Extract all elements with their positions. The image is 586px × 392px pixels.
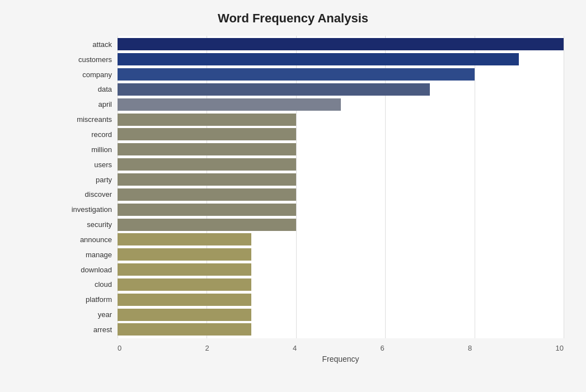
bar-row-april — [118, 97, 564, 112]
y-label-company: company — [62, 67, 118, 82]
y-label-party: party — [62, 172, 118, 187]
bar-row-attack — [118, 37, 564, 51]
y-label-attack: attack — [62, 37, 118, 52]
bar-row-investigation — [118, 202, 564, 217]
x-axis-labels: 0246810 — [118, 341, 564, 352]
bar-users — [118, 158, 296, 171]
chart-container: Word Frequency Analysis attackcustomersc… — [0, 0, 586, 392]
bar-security — [118, 219, 296, 231]
y-label-investigation: investigation — [62, 202, 118, 217]
bar-customers — [118, 53, 519, 65]
bar-discover — [118, 188, 296, 201]
bar-row-announce — [118, 232, 564, 247]
y-label-record: record — [62, 127, 118, 142]
bar-attack — [118, 38, 564, 50]
bar-arrest — [118, 323, 251, 336]
x-axis-labels-area: 0246810 Frequency — [118, 341, 564, 363]
bar-party — [118, 173, 296, 186]
x-label-2: 2 — [205, 344, 209, 352]
y-label-users: users — [62, 157, 118, 172]
bar-row-miscreants — [118, 112, 564, 127]
y-label-customers: customers — [62, 52, 118, 67]
bar-row-party — [118, 172, 564, 187]
bar-row-download — [118, 262, 564, 277]
bar-cloud — [118, 278, 251, 291]
y-label-download: download — [62, 262, 118, 277]
bar-row-manage — [118, 247, 564, 262]
x-label-8: 8 — [468, 344, 472, 352]
bar-download — [118, 263, 251, 276]
bar-row-discover — [118, 187, 564, 202]
y-label-april: april — [62, 97, 118, 112]
y-label-arrest: arrest — [62, 322, 118, 337]
bar-million — [118, 143, 296, 155]
x-label-0: 0 — [118, 344, 121, 352]
bar-row-cloud — [118, 277, 564, 292]
bar-year — [118, 309, 251, 321]
bar-data — [118, 83, 430, 96]
bar-row-million — [118, 142, 564, 157]
bar-row-customers — [118, 52, 564, 67]
bar-row-security — [118, 218, 564, 232]
x-label-4: 4 — [293, 344, 297, 352]
y-label-year: year — [62, 307, 118, 322]
chart-inner: attackcustomerscompanydataaprilmiscreant… — [62, 36, 564, 338]
bar-row-company — [118, 67, 564, 82]
y-label-manage: manage — [62, 247, 118, 262]
y-label-million: million — [62, 142, 118, 157]
plot-area — [118, 36, 564, 338]
y-label-discover: discover — [62, 187, 118, 202]
bar-row-arrest — [118, 322, 564, 337]
x-label-6: 6 — [381, 344, 385, 352]
bar-april — [118, 98, 341, 111]
y-label-data: data — [62, 82, 118, 97]
bar-row-users — [118, 157, 564, 172]
y-label-announce: announce — [62, 232, 118, 247]
bar-row-record — [118, 127, 564, 141]
bar-row-year — [118, 308, 564, 322]
y-label-cloud: cloud — [62, 277, 118, 292]
bar-platform — [118, 294, 251, 306]
x-axis-area: 0246810 Frequency — [62, 341, 564, 363]
bar-record — [118, 128, 296, 140]
y-label-security: security — [62, 217, 118, 232]
bar-row-platform — [118, 292, 564, 307]
bar-manage — [118, 248, 251, 261]
x-label-10: 10 — [556, 344, 564, 352]
y-label-miscreants: miscreants — [62, 112, 118, 127]
bar-miscreants — [118, 114, 296, 126]
y-axis-labels: attackcustomerscompanydataaprilmiscreant… — [62, 36, 118, 338]
bar-company — [118, 68, 475, 81]
bar-row-data — [118, 82, 564, 97]
x-axis-title: Frequency — [118, 355, 564, 363]
chart-title: Word Frequency Analysis — [22, 11, 564, 26]
bars-container — [118, 36, 564, 338]
grid-line-10 — [564, 36, 564, 338]
bar-investigation — [118, 204, 296, 216]
y-label-platform: platform — [62, 292, 118, 307]
bar-announce — [118, 233, 251, 245]
